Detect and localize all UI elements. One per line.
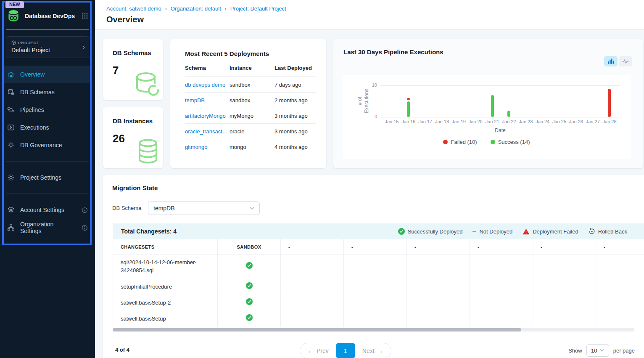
last-deployed-cell: 3 months ago: [274, 108, 316, 124]
deployment-row: oracle_transact... oracle 3 months ago: [185, 124, 316, 139]
legend-label: Deployment Failed: [533, 228, 578, 235]
breadcrumb-account[interactable]: Account: satwell-demo: [106, 5, 161, 12]
app-grid-icon[interactable]: [82, 13, 88, 19]
x-tick: Jan 18: [434, 119, 451, 124]
sidebar-item-project-settings[interactable]: Project Settings: [3, 169, 92, 186]
info-icon[interactable]: [82, 225, 88, 231]
check-circle-icon: [246, 298, 253, 305]
last-deployed-cell: 4 months ago: [274, 139, 316, 155]
sidebar-item-label: Executions: [20, 124, 49, 131]
sidebar-item-label: Account Settings: [20, 207, 64, 213]
deployment-row: gitmongo mongo 4 months ago: [185, 139, 316, 155]
x-tick: Jan 27: [584, 119, 601, 124]
chevron-down-icon: [250, 207, 254, 210]
legend-item-success[interactable]: Success (14): [491, 139, 530, 145]
recent-deployments-card: Most Recent 5 Deployments Schema Instanc…: [170, 39, 326, 168]
legend-deployment-failed: Deployment Failed: [523, 228, 578, 235]
line-chart-toggle[interactable]: [619, 56, 632, 66]
db-schema-selected-value: tempDB: [153, 205, 175, 212]
column-header-empty: -: [533, 239, 596, 255]
total-changesets-bar: Total Changesets: 4 Successfully Deploye…: [113, 223, 644, 239]
x-tick: Jan 23: [517, 119, 534, 124]
deployment-row: db devops demo sandbox 7 days ago: [185, 77, 316, 93]
sidebar-item-pipelines[interactable]: Pipelines: [3, 101, 92, 119]
chevron-right-icon: ›: [82, 43, 85, 51]
info-icon[interactable]: [82, 207, 88, 213]
per-page-label: per page: [613, 347, 635, 354]
schema-link[interactable]: gitmongo: [185, 139, 230, 155]
instance-cell: sandbox: [230, 93, 274, 108]
sidebar-item-db-schemas[interactable]: DB Schemas: [3, 83, 92, 101]
db-instances-card[interactable]: DB Instances 26: [103, 107, 163, 168]
breadcrumb-separator: ›: [165, 6, 167, 12]
check-circle-icon: [398, 228, 405, 235]
pipelines-icon: [7, 106, 15, 114]
pagination: ← Prev 1 Next →: [300, 343, 391, 358]
prev-label: Prev: [317, 347, 329, 354]
horizontal-scrollbar-thumb[interactable]: [113, 328, 521, 331]
db-schemas-card[interactable]: DB Schemas 7: [103, 39, 163, 100]
database-outline-icon: [133, 71, 161, 98]
chart-bar: [407, 101, 410, 117]
chart-title: Last 30 Days Pipeline Executions: [343, 48, 443, 56]
prev-page-button[interactable]: ← Prev: [300, 343, 336, 358]
sidebar-item-account-settings[interactable]: Account Settings: [3, 201, 92, 219]
deployment-row: tempDB sandbox 2 months ago: [185, 93, 316, 108]
schema-link[interactable]: artifactoryMongo: [185, 108, 230, 124]
executions-icon: [7, 124, 15, 131]
y-axis-label: # of Executions: [347, 84, 380, 118]
changeset-row: sql/2024-10-14-12-06-member-34240854.sql: [113, 255, 644, 279]
cube-icon: [11, 40, 16, 45]
chevron-down-icon: [600, 349, 604, 352]
instance-cell: sandbox: [230, 77, 274, 93]
row-count-label: 4 of 4: [115, 347, 129, 353]
x-tick: Jan 20: [467, 119, 484, 124]
gear-icon: [7, 174, 15, 181]
legend-label: Failed (10): [451, 139, 477, 145]
next-page-button[interactable]: Next →: [355, 343, 391, 358]
page-1-button[interactable]: 1: [336, 343, 355, 358]
changesets-table: CHANGESETS SANDBOX - - - - - -: [113, 239, 644, 327]
project-selector[interactable]: PROJECT Default Project ›: [6, 36, 89, 58]
breadcrumb-organization[interactable]: Organization: default: [171, 5, 221, 12]
check-circle-icon: [246, 262, 253, 269]
rolled-back-icon: [589, 228, 595, 235]
app-window: NEW Database DevOps: [0, 0, 644, 358]
db-schema-select[interactable]: tempDB: [148, 202, 260, 215]
changeset-row: satwell:basisSetup-2: [113, 295, 644, 311]
layers-gear-icon: [7, 206, 15, 214]
sidebar-item-overview[interactable]: Overview: [3, 66, 92, 83]
org-chart-icon: [7, 224, 15, 231]
next-label: Next: [362, 347, 375, 354]
dash-icon: [472, 231, 476, 232]
sidebar-item-db-governance[interactable]: DB Governance: [3, 136, 92, 154]
schema-link[interactable]: oracle_transact...: [185, 124, 230, 139]
page-size-select[interactable]: 10: [586, 344, 609, 357]
page-title: Overview: [106, 15, 644, 24]
x-axis-line: [380, 117, 620, 117]
column-header-empty: -: [470, 239, 533, 255]
sidebar-item-organization-settings[interactable]: Organization Settings: [3, 219, 92, 236]
breadcrumb-project[interactable]: Project: Default Project: [230, 5, 286, 12]
sidebar-item-executions[interactable]: Executions: [3, 119, 92, 136]
changeset-name: sql/2024-10-14-12-06-member-34240854.sql: [113, 255, 218, 279]
schema-link[interactable]: db devops demo: [185, 77, 230, 93]
project-label: PROJECT: [18, 41, 40, 45]
legend-item-failed[interactable]: Failed (10): [443, 139, 477, 145]
column-header-schema: Schema: [185, 65, 230, 77]
instance-cell: myMongo: [230, 108, 274, 124]
schema-link[interactable]: tempDB: [185, 93, 230, 108]
column-header-empty: -: [407, 239, 470, 255]
legend-rolled-back: Rolled Back: [589, 228, 627, 235]
chart-bar: [491, 95, 494, 117]
database-devops-logo: [6, 8, 21, 24]
sidebar-item-label: Organization Settings: [20, 221, 76, 234]
last-deployed-cell: 2 months ago: [274, 93, 316, 108]
horizontal-scrollbar-track[interactable]: [113, 328, 634, 331]
sandbox-status-cell: [218, 279, 281, 295]
deployments-title: Most Recent 5 Deployments: [170, 39, 326, 57]
x-axis-title: Date: [380, 127, 620, 133]
migration-title: Migration State: [112, 184, 158, 191]
sidebar-nav: Overview DB Schemas: [0, 66, 95, 154]
bar-chart-toggle[interactable]: [604, 56, 618, 66]
